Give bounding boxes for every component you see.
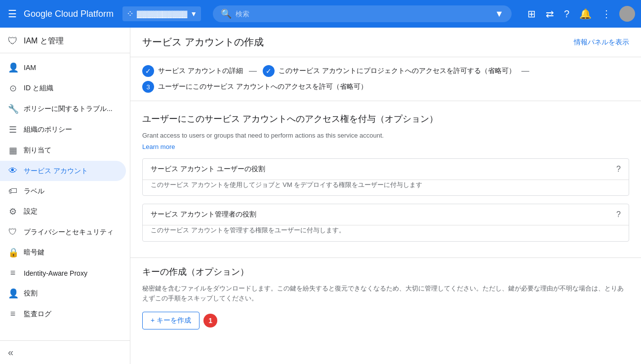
sidebar-header-icon: 🛡 [8,36,18,47]
step-1: ✓ サービス アカウントの詳細 [142,65,243,77]
info-panel-link[interactable]: 情報パネルを表示 [574,38,629,47]
sidebar: 🛡 IAM と管理 👤 IAM ⊙ ID と組織 🔧 ポリシーに関するトラブル.… [0,28,130,364]
sidebar-item-label: ポリシーに関するトラブル... [24,105,113,113]
project-name: ▓▓▓▓▓▓▓▓▓▓ [137,10,187,18]
role-user-title: サービス アカウント ユーザーの役割 [151,165,265,174]
service-account-icon: 👁 [8,166,18,176]
iap-icon: ≡ [8,268,18,278]
transfer-icon[interactable]: ⇄ [542,4,558,24]
search-icon: 🔍 [221,8,232,19]
sidebar-item-org-policy[interactable]: ☰ 組織のポリシー [0,119,126,140]
apps-icon[interactable]: ⊞ [523,4,540,24]
privacy-icon: 🛡 [8,227,18,237]
step-3-label: ユーザーにこのサービス アカウントへのアクセスを許可（省略可） [158,82,367,91]
key-section-title: キーの作成（オプション） [142,266,629,278]
step-1-label: サービス アカウントの詳細 [158,67,243,75]
step-divider-1: — [249,67,257,75]
key-actions: + キーを作成 1 [142,312,629,329]
policy-trouble-icon: 🔧 [8,104,18,114]
step-divider-2: — [521,67,529,75]
role-user-field[interactable]: サービス アカウント ユーザーの役割 ? このサービス アカウントを使用してジョ… [142,158,629,196]
sidebar-item-label: 監査ログ [24,310,51,319]
sidebar-item-label: ID と組織 [24,84,53,93]
key-section-desc: 秘密鍵を含むファイルをダウンロードします。この鍵を紛失すると復元できなくなるため… [142,284,629,304]
sidebar-item-service-account[interactable]: 👁 サービス アカウント [0,161,126,181]
step-3-num: 3 [142,81,154,93]
key-desc-text: 秘密鍵を含むファイルをダウンロードします。この鍵を紛失すると復元できなくなるため… [142,285,624,302]
sidebar-header-title: IAM と管理 [24,36,64,46]
sidebar-item-label: プライバシーとセキュリティ [24,228,114,237]
settings-icon: ⚙ [8,206,18,217]
quota-icon: ▦ [8,145,18,156]
nav-left: ☰ Google Cloud Platform ⁘ ▓▓▓▓▓▓▓▓▓▓ ▼ [6,6,201,22]
roles-icon: 👤 [8,288,18,299]
sidebar-item-iap[interactable]: ≡ Identity-Aware Proxy [0,263,126,283]
brand-title: Google Cloud Platform [24,9,114,19]
sidebar-item-label: IAM [24,64,36,72]
org-policy-icon: ☰ [8,124,18,135]
sidebar-item-quota[interactable]: ▦ 割り当て [0,140,126,161]
sidebar-item-audit-log[interactable]: ≡ 監査ログ [0,304,126,324]
role-admin-header[interactable]: サービス アカウント管理者の役割 ? [143,204,629,225]
sidebar-nav: 👤 IAM ⊙ ID と組織 🔧 ポリシーに関するトラブル... ☰ 組織のポリ… [0,53,130,328]
role-admin-field[interactable]: サービス アカウント管理者の役割 ? このサービス アカウントを管理する権限をユ… [142,204,629,242]
role-admin-help-icon[interactable]: ? [616,210,621,219]
id-org-icon: ⊙ [8,83,18,94]
sidebar-item-label: 割り当て [24,146,51,155]
sidebar-item-id-org[interactable]: ⊙ ID と組織 [0,78,126,99]
sidebar-item-label: 設定 [24,207,38,216]
sidebar-item-label: Identity-Aware Proxy [24,269,87,277]
grant-section: ユーザーにこのサービス アカウントへのアクセス権を付与（オプション） Grant… [130,101,641,257]
more-icon[interactable]: ⋮ [598,4,615,24]
sidebar-item-label-nav[interactable]: 🏷 ラベル [0,181,126,201]
page-title: サービス アカウントの作成 [142,36,264,49]
sidebar-item-label: ラベル [24,187,44,196]
role-admin-title: サービス アカウント管理者の役割 [151,210,256,219]
project-icon: ⁘ [126,8,134,19]
label-icon: 🏷 [8,186,18,196]
sidebar-item-crypto[interactable]: 🔒 暗号鍵 [0,242,126,263]
sidebar-item-label: 役割 [24,289,38,298]
role-user-help-icon[interactable]: ? [616,165,621,174]
role-user-desc: このサービス アカウントを使用してジョブと VM をデプロイする権限をユーザーに… [143,180,629,196]
search-input[interactable] [236,10,491,18]
grant-section-title: ユーザーにこのサービス アカウントへのアクセス権を付与（オプション） [142,113,629,125]
grant-section-desc: Grant access to users or groups that nee… [142,131,629,141]
project-selector[interactable]: ⁘ ▓▓▓▓▓▓▓▓▓▓ ▼ [122,6,201,21]
step-1-check: ✓ [142,65,154,77]
sidebar-item-privacy[interactable]: 🛡 プライバシーとセキュリティ [0,222,126,242]
notifications-icon[interactable]: 🔔 [575,4,596,24]
sidebar-item-iam[interactable]: 👤 IAM [0,57,126,78]
sidebar-item-settings[interactable]: ⚙ 設定 [0,201,126,222]
sidebar-item-label: サービス アカウント [24,167,88,176]
learn-more-link[interactable]: Learn more [142,143,175,150]
collapse-icon: « [8,347,13,358]
sidebar-item-roles[interactable]: 👤 役割 [0,283,126,304]
hamburger-icon[interactable]: ☰ [6,6,19,22]
step-2-label: このサービス アカウントにプロジェクトへのアクセスを許可する（省略可） [279,67,516,75]
sidebar-collapse-button[interactable]: « [0,340,130,364]
audit-log-icon: ≡ [8,309,18,319]
help-icon[interactable]: ? [560,4,573,24]
nav-right: ⊞ ⇄ ? 🔔 ⋮ [523,4,635,24]
iam-icon: 👤 [8,62,18,73]
badge-1: 1 [203,314,217,328]
sidebar-header: 🛡 IAM と管理 [0,28,130,53]
role-user-header[interactable]: サービス アカウント ユーザーの役割 ? [143,159,629,180]
avatar[interactable] [619,6,635,22]
app-body: 🛡 IAM と管理 👤 IAM ⊙ ID と組織 🔧 ポリシーに関するトラブル.… [0,28,641,364]
top-nav: ☰ Google Cloud Platform ⁘ ▓▓▓▓▓▓▓▓▓▓ ▼ 🔍… [0,0,641,28]
sidebar-item-policy-trouble[interactable]: 🔧 ポリシーに関するトラブル... [0,99,126,119]
stepper: ✓ サービス アカウントの詳細 — ✓ このサービス アカウントにプロジェクトへ… [130,57,641,101]
project-dropdown-icon: ▼ [190,10,197,18]
main-content: サービス アカウントの作成 情報パネルを表示 ✓ サービス アカウントの詳細 —… [130,28,641,364]
add-key-button[interactable]: + キーを作成 [142,312,200,329]
search-bar[interactable]: 🔍 ▼ [213,5,512,22]
step-2-check: ✓ [263,65,275,77]
sidebar-item-label: 組織のポリシー [24,125,72,134]
step-2: ✓ このサービス アカウントにプロジェクトへのアクセスを許可する（省略可） [263,65,516,77]
sidebar-item-label: 暗号鍵 [24,248,44,257]
crypto-icon: 🔒 [8,247,18,258]
step-3: 3 ユーザーにこのサービス アカウントへのアクセスを許可（省略可） [142,81,367,93]
search-dropdown-icon[interactable]: ▼ [495,9,504,19]
